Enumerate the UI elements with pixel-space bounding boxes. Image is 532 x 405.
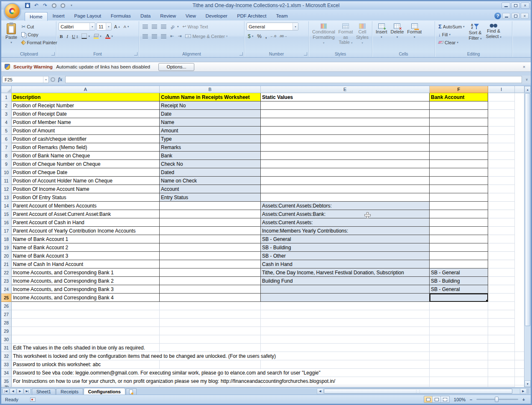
row-header-32[interactable]: 32 — [1, 352, 12, 360]
cell-A35[interactable]: For Instructions on how to use for your … — [12, 377, 531, 385]
cell-A24[interactable]: Income Accounts, and Corresponding Bank … — [12, 285, 160, 294]
copy-button[interactable]: Copy — [20, 30, 59, 38]
cell-A25[interactable]: Income Accounts, and Corresponding Bank … — [12, 294, 160, 302]
cell-F3[interactable] — [430, 110, 488, 118]
cell-A3[interactable]: Position of Receipt Date — [12, 110, 160, 118]
merge-center-button[interactable]: aMerge & Center▾ — [184, 32, 229, 40]
cell-E17[interactable]: Income:Members Yearly Contributions: — [261, 227, 430, 235]
number-format-combo[interactable]: General▾ — [247, 23, 298, 30]
cell-F6[interactable] — [430, 135, 488, 143]
cell-E18[interactable]: SB - General — [261, 235, 430, 243]
cell-B8[interactable]: Bank — [160, 152, 261, 160]
cell-A33[interactable]: Password to unlock this worksheet: abc — [12, 360, 531, 369]
row-header-26[interactable]: 26 — [1, 302, 12, 310]
cell-B5[interactable]: Amount — [160, 127, 261, 135]
row-header-23[interactable]: 23 — [1, 277, 12, 285]
tab-insert[interactable]: Insert — [48, 12, 69, 20]
cell-B22[interactable] — [160, 268, 261, 277]
insert-function-icon[interactable] — [51, 77, 55, 82]
font-size-combo[interactable]: 11▾ — [97, 23, 112, 30]
scroll-down-icon[interactable]: ▼ — [524, 380, 531, 387]
close-button[interactable]: × — [521, 3, 529, 9]
minimize-button[interactable] — [501, 3, 510, 9]
cell-A1[interactable]: Description — [12, 93, 160, 101]
cell-F28[interactable] — [430, 319, 488, 327]
row-header-28[interactable]: 28 — [1, 319, 12, 327]
autosum-button[interactable]: ΣAutoSum▾ — [437, 23, 466, 30]
cell-I30[interactable] — [488, 335, 515, 344]
cell-B14[interactable] — [160, 202, 261, 210]
row-header-21[interactable]: 21 — [1, 260, 12, 268]
row-header-10[interactable]: 10 — [1, 168, 12, 177]
find-select-button[interactable]: Find & Select ▾ — [485, 23, 503, 46]
select-all-corner[interactable] — [1, 86, 12, 93]
name-box-dropdown-icon[interactable]: ▾ — [43, 76, 48, 83]
cell-F13[interactable] — [430, 193, 488, 202]
row-header-5[interactable]: 5 — [1, 127, 12, 135]
accounting-format-button[interactable]: $▾ — [247, 32, 255, 40]
cell-B29[interactable] — [160, 327, 261, 335]
last-sheet-button[interactable]: ▶| — [24, 388, 31, 394]
zoom-level[interactable]: 100% — [452, 397, 466, 402]
cell-B25[interactable] — [160, 294, 261, 302]
bold-button[interactable]: B — [59, 32, 64, 40]
cell-B6[interactable]: Type — [160, 135, 261, 143]
cell-B24[interactable] — [160, 285, 261, 294]
vertical-scrollbar-track[interactable] — [524, 327, 531, 380]
formula-input[interactable] — [65, 76, 522, 83]
bottom-align-button[interactable] — [160, 23, 168, 30]
cell-I15[interactable] — [488, 210, 515, 218]
horizontal-scrollbar-thumb[interactable]: ⋮⋮ — [324, 389, 512, 394]
scroll-left-icon[interactable]: ◀ — [317, 388, 323, 394]
row-header-27[interactable]: 27 — [1, 310, 12, 319]
row-header-12[interactable]: 12 — [1, 185, 12, 193]
zoom-slider[interactable] — [476, 399, 518, 400]
column-header-I[interactable]: I — [488, 86, 515, 93]
cell-I28[interactable] — [488, 319, 515, 327]
customize-qat-button[interactable]: ▾ — [68, 2, 75, 9]
cell-A18[interactable]: Name of Bank Account 1 — [12, 235, 160, 243]
help-button[interactable]: ? — [494, 13, 501, 19]
row-header-36[interactable]: 36 — [1, 385, 12, 387]
grow-font-button[interactable]: A▴ — [113, 23, 121, 30]
cell-F20[interactable] — [430, 252, 488, 260]
column-header-E[interactable]: E — [261, 86, 430, 93]
cell-E25[interactable] — [261, 294, 430, 302]
cell-B12[interactable]: Account — [160, 185, 261, 193]
cell-A11[interactable]: Position of Account Holder Name on Chequ… — [12, 177, 160, 185]
paste-button[interactable]: Paste ▾ — [4, 23, 18, 46]
middle-align-button[interactable] — [150, 23, 158, 30]
cell-I20[interactable] — [488, 252, 515, 260]
cell-F25[interactable]: ▼ — [430, 294, 488, 302]
custom-macro-button-1[interactable] — [50, 2, 58, 9]
cell-I19[interactable] — [488, 243, 515, 252]
underline-button[interactable]: U▾ — [71, 32, 79, 40]
font-dialog-launcher[interactable] — [134, 52, 137, 56]
cell-F30[interactable] — [430, 335, 488, 344]
cell-E11[interactable] — [261, 177, 430, 185]
cell-E9[interactable] — [261, 160, 430, 168]
cell-A20[interactable]: Name of Bank Account 3 — [12, 252, 160, 260]
cell-E8[interactable] — [261, 152, 430, 160]
cell-F5[interactable] — [430, 127, 488, 135]
cell-A12[interactable]: Position Of Income Account Name — [12, 185, 160, 193]
cell-B10[interactable]: Dated — [160, 168, 261, 177]
cell-A16[interactable]: Parent Account of Cash in Hand — [12, 218, 160, 227]
workbook-restore-button[interactable] — [512, 13, 519, 19]
cell-I5[interactable] — [488, 127, 515, 135]
cell-B15[interactable] — [160, 210, 261, 218]
cell-F23[interactable]: SB - Building — [430, 277, 488, 285]
align-left-button[interactable] — [141, 32, 149, 40]
wrap-text-button[interactable]: ↩Wrap Text — [181, 23, 209, 30]
cell-A22[interactable]: Income Accounts, and Corresponding Bank … — [12, 268, 160, 277]
cell-I4[interactable] — [488, 118, 515, 127]
cell-I9[interactable] — [488, 160, 515, 168]
increase-indent-button[interactable]: ⇥ — [176, 32, 183, 40]
tab-split-handle[interactable] — [527, 388, 530, 394]
cell-I26[interactable] — [488, 302, 515, 310]
cell-B16[interactable] — [160, 218, 261, 227]
cell-E13[interactable] — [261, 193, 430, 202]
cell-E19[interactable]: SB - Building — [261, 243, 430, 252]
cell-F15[interactable] — [430, 210, 488, 218]
cell-E12[interactable] — [261, 185, 430, 193]
